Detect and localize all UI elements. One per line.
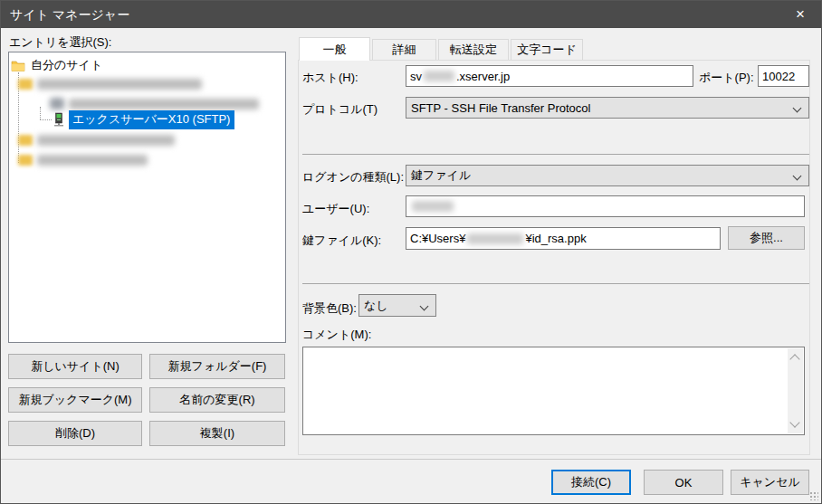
redacted-text (37, 79, 202, 90)
entries-label: エントリを選択(S): (9, 34, 111, 51)
tab-page-general (298, 60, 810, 455)
tree-item-label: 自分のサイト (31, 57, 102, 73)
ok-button[interactable]: OK (644, 470, 723, 495)
duplicate-button[interactable]: 複製(I) (149, 421, 285, 446)
window-title: サイト マネージャー (10, 1, 129, 28)
tab-advanced[interactable]: 詳細 (372, 39, 436, 61)
delete-button[interactable]: 削除(D) (8, 421, 142, 446)
site-tree[interactable]: 自分のサイト エックスサーバーX10 (SFTP) (8, 52, 286, 343)
resize-grip[interactable] (809, 491, 818, 500)
titlebar: サイト マネージャー × (1, 1, 821, 28)
tab-general[interactable]: 一般 (299, 37, 370, 61)
cancel-button[interactable]: キャンセル (731, 470, 809, 495)
tab-transfer[interactable]: 転送設定 (438, 39, 509, 61)
redacted-text (37, 155, 148, 166)
site-manager-dialog: サイト マネージャー × エントリを選択(S): 自分のサイト (0, 0, 822, 504)
footer-divider (1, 459, 822, 460)
tree-guide-line (40, 107, 41, 119)
tab-charset[interactable]: 文字コード (511, 39, 583, 61)
tree-guide-line (40, 119, 52, 120)
tree-item-label-selected: エックスサーバーX10 (SFTP) (69, 110, 234, 129)
tree-item-root[interactable]: 自分のサイト (11, 57, 102, 73)
tree-item-selected[interactable]: エックスサーバーX10 (SFTP) (53, 111, 234, 128)
close-icon[interactable]: × (779, 1, 821, 28)
new-bookmark-button[interactable]: 新規ブックマーク(M) (8, 387, 142, 413)
redacted-text (37, 135, 175, 146)
connect-button[interactable]: 接続(C) (551, 470, 631, 495)
folder-icon (11, 60, 25, 71)
folder-icon (18, 79, 33, 90)
server-icon (50, 98, 64, 109)
new-folder-button[interactable]: 新規フォルダー(F) (149, 354, 285, 379)
redacted-text (69, 99, 259, 109)
new-site-button[interactable]: 新しいサイト(N) (8, 354, 142, 379)
folder-icon (18, 155, 33, 166)
server-icon (53, 112, 65, 127)
rename-button[interactable]: 名前の変更(R) (149, 387, 285, 413)
folder-icon (18, 135, 33, 146)
